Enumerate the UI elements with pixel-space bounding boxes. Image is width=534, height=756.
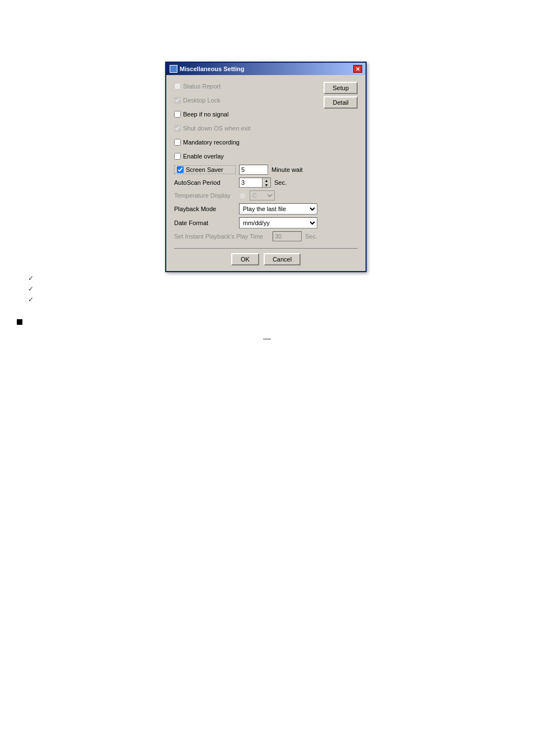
- temperature-radio[interactable]: [239, 192, 246, 199]
- detail-button[interactable]: Detail: [324, 96, 358, 109]
- setup-button[interactable]: Setup: [324, 82, 358, 94]
- playback-mode-row: Playback Mode Play the last file Play fr…: [174, 203, 358, 214]
- top-section: Status Report Desktop Lock Beep if no si…: [174, 81, 358, 165]
- dash-line: —: [17, 332, 517, 344]
- desktop-lock-row: Desktop Lock: [174, 95, 318, 106]
- status-report-checkbox[interactable]: [174, 83, 181, 90]
- bullet-item-3: [28, 295, 517, 305]
- autoscan-value-input[interactable]: [240, 178, 262, 187]
- square-section: [17, 317, 517, 328]
- date-format-select[interactable]: mm/dd/yy dd/mm/yy yy/mm/dd: [239, 217, 317, 228]
- autoscan-label: AutoScan Period: [174, 179, 236, 186]
- bullet-list: [28, 273, 517, 306]
- status-report-row: Status Report: [174, 81, 318, 92]
- date-format-row: Date Format mm/dd/yy dd/mm/yy yy/mm/dd: [174, 217, 358, 228]
- cancel-button[interactable]: Cancel: [264, 253, 301, 265]
- bullet-item-2: [28, 284, 517, 295]
- instant-playback-label: Set Instant Playback's Play Time: [174, 233, 269, 240]
- desktop-lock-label[interactable]: Desktop Lock: [174, 97, 221, 104]
- autoscan-unit: Sec.: [274, 179, 287, 186]
- page-content: —: [17, 269, 517, 349]
- screen-saver-checkbox[interactable]: [177, 166, 184, 173]
- dialog-action-buttons: OK Cancel: [174, 248, 358, 265]
- bullet-item-1: [28, 273, 517, 284]
- mandatory-recording-row: Mandatory recording: [174, 137, 318, 148]
- autoscan-spinner-buttons: ▲ ▼: [262, 178, 270, 187]
- instant-playback-unit: Sec.: [305, 233, 317, 240]
- screen-saver-row: Screen Saver Minute wait: [174, 165, 358, 175]
- autoscan-spinner[interactable]: ▲ ▼: [239, 178, 271, 188]
- autoscan-period-row: AutoScan Period ▲ ▼ Sec.: [174, 178, 358, 188]
- screen-saver-value-input[interactable]: [239, 165, 268, 175]
- dialog-titlebar: Miscellaneous Setting ✕: [166, 63, 366, 75]
- dialog-close-button[interactable]: ✕: [353, 65, 362, 73]
- dialog-app-icon: [170, 65, 177, 73]
- desktop-lock-checkbox[interactable]: [174, 97, 181, 104]
- beep-no-signal-row: Beep if no signal: [174, 109, 318, 120]
- right-buttons: Setup Detail: [324, 81, 358, 109]
- dialog-body: Status Report Desktop Lock Beep if no si…: [166, 75, 366, 271]
- mandatory-recording-label[interactable]: Mandatory recording: [174, 139, 240, 146]
- miscellaneous-setting-dialog: Miscellaneous Setting ✕ Status Report D: [165, 62, 367, 272]
- square-icon: [17, 319, 22, 325]
- dialog-title-area: Miscellaneous Setting: [170, 65, 245, 73]
- shutdown-os-row: Shut down OS when exit: [174, 123, 318, 134]
- temperature-display-row: Temperature Display C: [174, 190, 358, 200]
- enable-overlay-row: Enable overlay: [174, 151, 318, 162]
- temperature-unit-select[interactable]: C: [250, 190, 275, 200]
- autoscan-decrement-button[interactable]: ▼: [263, 183, 270, 187]
- ok-button[interactable]: OK: [231, 253, 259, 265]
- left-checkboxes: Status Report Desktop Lock Beep if no si…: [174, 81, 318, 165]
- shutdown-os-label[interactable]: Shut down OS when exit: [174, 125, 250, 132]
- playback-mode-select[interactable]: Play the last file Play from beginning: [239, 203, 317, 214]
- date-format-label: Date Format: [174, 220, 236, 226]
- dialog-title-text: Miscellaneous Setting: [180, 66, 245, 72]
- enable-overlay-checkbox[interactable]: [174, 153, 181, 160]
- playback-mode-label: Playback Mode: [174, 206, 236, 212]
- screen-saver-label[interactable]: Screen Saver: [174, 165, 236, 174]
- instant-playback-row: Set Instant Playback's Play Time Sec.: [174, 231, 358, 241]
- instant-playback-value-input[interactable]: [273, 231, 302, 241]
- enable-overlay-label[interactable]: Enable overlay: [174, 153, 224, 160]
- shutdown-os-checkbox[interactable]: [174, 125, 181, 132]
- autoscan-increment-button[interactable]: ▲: [263, 178, 270, 183]
- mandatory-recording-checkbox[interactable]: [174, 139, 181, 146]
- status-report-label[interactable]: Status Report: [174, 83, 221, 90]
- screen-saver-unit: Minute wait: [271, 166, 303, 173]
- beep-no-signal-checkbox[interactable]: [174, 111, 181, 118]
- beep-no-signal-label[interactable]: Beep if no signal: [174, 111, 228, 118]
- temperature-label: Temperature Display: [174, 192, 236, 199]
